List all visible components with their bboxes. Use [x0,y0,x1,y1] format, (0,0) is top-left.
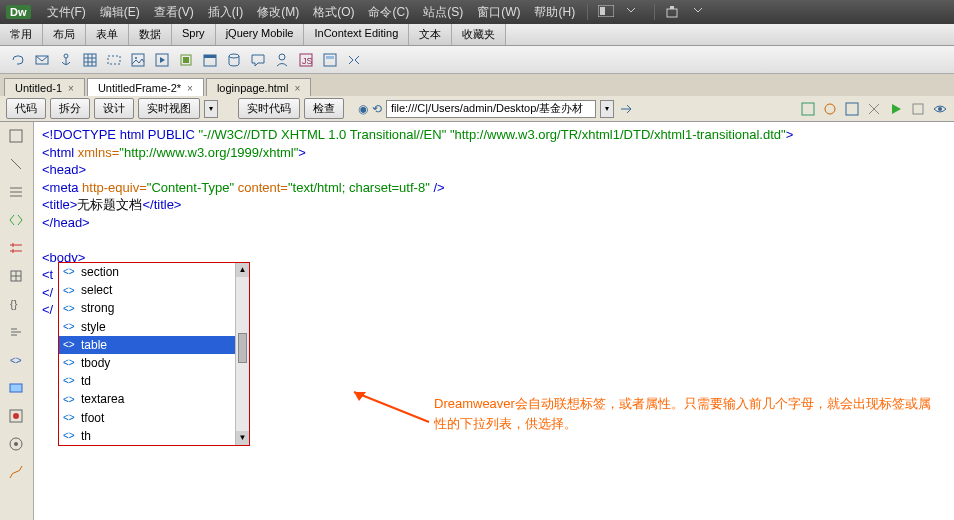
svg-rect-6 [84,54,96,66]
view-code-button[interactable]: 代码 [6,98,46,119]
dropdown-icon[interactable]: ▾ [600,100,614,118]
cat-jquery[interactable]: jQuery Mobile [216,24,305,45]
menu-site[interactable]: 站点(S) [417,2,469,23]
code-tool-icon[interactable] [8,268,26,286]
insert-date-icon[interactable] [200,50,220,70]
close-icon[interactable]: × [187,83,193,94]
code-text: <title> [42,197,77,212]
code-editor[interactable]: <!DOCTYPE html PUBLIC "-//W3C//DTD XHTML… [34,122,954,520]
code-tool-icon[interactable] [8,184,26,202]
menu-help[interactable]: 帮助(H) [528,2,581,23]
insert-media-icon[interactable] [152,50,172,70]
svg-point-32 [13,413,19,419]
code-tool-icon[interactable] [8,128,26,146]
insert-server-icon[interactable] [224,50,244,70]
doctab-loginpage[interactable]: loginpage.html× [206,78,311,96]
ac-item-tbody[interactable]: <>tbody [59,354,249,372]
insert-tag-icon[interactable] [344,50,364,70]
view-design-button[interactable]: 设计 [94,98,134,119]
ac-item-section[interactable]: <>section [59,263,249,281]
code-tool-icon[interactable] [8,464,26,482]
play-icon[interactable] [888,101,904,117]
livecode-button[interactable]: 实时代码 [238,98,300,119]
ac-item-td[interactable]: <>td [59,372,249,390]
ac-item-style[interactable]: <>style [59,318,249,336]
ac-item-strong[interactable]: <>strong [59,299,249,317]
menu-view[interactable]: 查看(V) [148,2,200,23]
scrollbar[interactable]: ▲ ▼ [235,263,249,445]
cat-incontext[interactable]: InContext Editing [304,24,409,45]
insert-image-icon[interactable] [128,50,148,70]
menu-edit[interactable]: 编辑(E) [94,2,146,23]
nav-icon[interactable] [618,101,634,117]
cat-spry[interactable]: Spry [172,24,216,45]
insert-anchor-icon[interactable] [56,50,76,70]
insert-hyperlink-icon[interactable] [8,50,28,70]
code-tool-icon[interactable] [8,212,26,230]
tool-icon[interactable] [932,101,948,117]
doctab-untitledframe2[interactable]: UntitledFrame-2*× [87,78,204,96]
cat-data[interactable]: 数据 [129,24,172,45]
scroll-down-icon[interactable]: ▼ [236,431,249,445]
ac-item-th[interactable]: <>th [59,427,249,445]
cat-forms[interactable]: 表单 [86,24,129,45]
doctab-untitled1[interactable]: Untitled-1× [4,78,85,96]
extension-icon[interactable] [665,5,683,19]
ac-item-table[interactable]: <>table [59,336,249,354]
close-icon[interactable]: × [294,83,300,94]
insert-template-icon[interactable] [320,50,340,70]
ac-item-select[interactable]: <>select [59,281,249,299]
insert-script-icon[interactable]: JS [296,50,316,70]
code-tool-icon[interactable]: <> [8,352,26,370]
code-tool-icon[interactable] [8,380,26,398]
code-tool-icon[interactable] [8,324,26,342]
code-tool-icon[interactable] [8,436,26,454]
tool-icon[interactable] [844,101,860,117]
address-input[interactable] [386,100,596,118]
cat-layout[interactable]: 布局 [43,24,86,45]
close-icon[interactable]: × [68,83,74,94]
cat-text[interactable]: 文本 [409,24,452,45]
code-text: "Content-Type" [147,180,234,195]
globe-icon[interactable]: ◉ [358,102,368,116]
view-live-button[interactable]: 实时视图 [138,98,200,119]
code-tool-icon[interactable]: {} [8,296,26,314]
tool-icon[interactable] [910,101,926,117]
workspace-dropdown-icon[interactable] [626,5,644,19]
menu-format[interactable]: 格式(O) [307,2,360,23]
refresh-icon[interactable]: ⟲ [372,102,382,116]
tool-icon[interactable] [866,101,882,117]
workspace-dropdown-icon[interactable] [693,5,711,19]
code-tool-icon[interactable] [8,240,26,258]
cat-common[interactable]: 常用 [0,24,43,45]
code-text: <!DOCTYPE html PUBLIC [42,127,198,142]
inspect-button[interactable]: 检查 [304,98,344,119]
scroll-up-icon[interactable]: ▲ [236,263,249,277]
ac-item-textarea[interactable]: <>textarea [59,390,249,408]
dropdown-icon[interactable]: ▾ [204,100,218,118]
insert-email-icon[interactable] [32,50,52,70]
code-text: xmlns= [78,145,120,160]
code-tool-icon[interactable] [8,156,26,174]
ac-label: select [81,282,112,298]
code-tool-icon[interactable] [8,408,26,426]
tool-icon[interactable] [800,101,816,117]
svg-rect-14 [204,55,216,58]
insert-comment-icon[interactable] [248,50,268,70]
layout-icon[interactable] [598,5,616,19]
menu-modify[interactable]: 修改(M) [251,2,305,23]
menu-file[interactable]: 文件(F) [41,2,92,23]
menu-commands[interactable]: 命令(C) [362,2,415,23]
insert-head-icon[interactable] [272,50,292,70]
ac-label: table [81,337,107,353]
scroll-thumb[interactable] [238,333,247,363]
tool-icon[interactable] [822,101,838,117]
insert-widget-icon[interactable] [176,50,196,70]
insert-div-icon[interactable] [104,50,124,70]
cat-fav[interactable]: 收藏夹 [452,24,506,45]
menu-insert[interactable]: 插入(I) [202,2,249,23]
ac-item-tfoot[interactable]: <>tfoot [59,409,249,427]
insert-table-icon[interactable] [80,50,100,70]
menu-window[interactable]: 窗口(W) [471,2,526,23]
view-split-button[interactable]: 拆分 [50,98,90,119]
